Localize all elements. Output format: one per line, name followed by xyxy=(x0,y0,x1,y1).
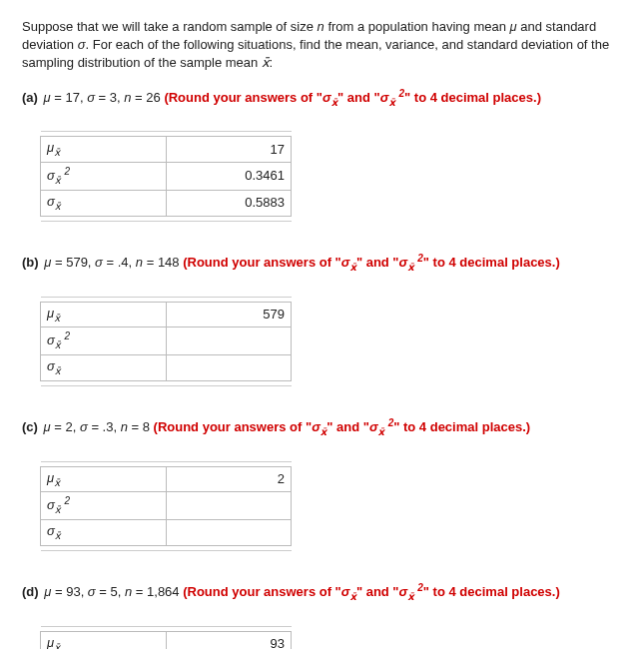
round-var: σx̄ 2 xyxy=(380,90,404,105)
part-d-table: μx̄ 93 σx̄ 2 0.0134 σx̄ 0.1158 xyxy=(40,622,292,649)
intro-text-2: from a population having mean xyxy=(324,19,510,34)
round-mid: " and " xyxy=(326,419,369,434)
table-row: σx̄ 0.5883 xyxy=(41,191,292,217)
round-close: " to 4 decimal places.) xyxy=(393,419,530,434)
table-row: σx̄ xyxy=(41,355,292,381)
row-label-variance: σx̄ 2 xyxy=(41,163,167,191)
intro-text-1: Suppose that we will take a random sampl… xyxy=(22,19,318,34)
row-label-sd: σx̄ xyxy=(41,355,167,381)
part-c-table: μx̄ 2 σx̄ 2 σx̄ xyxy=(40,457,292,555)
part-b: (b) μ = 579, σ = .4, n = 148 (Round your… xyxy=(22,252,626,275)
round-sd: σx̄ xyxy=(312,419,326,434)
round-mid: " and " xyxy=(356,584,399,599)
intro-colon: : xyxy=(270,55,274,70)
table-row: μx̄ 17 xyxy=(41,137,292,163)
table-row: μx̄ 579 xyxy=(41,302,292,327)
part-a-table: μx̄ 17 σx̄ 2 0.3461 σx̄ 0.5883 xyxy=(40,127,292,225)
part-a-given: μ = 17, σ = 3, n = 26 xyxy=(44,90,161,105)
intro-sigma: σ xyxy=(78,37,86,52)
part-b-table: μx̄ 579 σx̄ 2 σx̄ xyxy=(40,293,292,390)
row-label-sd: σx̄ xyxy=(41,191,167,217)
part-d: (d) μ = 93, σ = 5, n = 1,864 (Round your… xyxy=(22,581,626,604)
round-sd: σx̄ xyxy=(341,255,356,270)
table-row: μx̄ 93 xyxy=(41,631,292,649)
part-d-given: μ = 93, σ = 5, n = 1,864 xyxy=(44,584,179,599)
problem-intro: Suppose that we will take a random sampl… xyxy=(22,18,611,73)
part-c-label: (c) xyxy=(22,419,38,434)
part-b-given: μ = 579, σ = .4, n = 148 xyxy=(44,255,179,270)
part-c-variance-value[interactable] xyxy=(166,492,292,520)
round-sd: σx̄ xyxy=(322,90,337,105)
row-label-mean: μx̄ xyxy=(41,302,167,327)
part-a-sd-value[interactable]: 0.5883 xyxy=(166,191,292,217)
part-a-mean-value[interactable]: 17 xyxy=(166,137,292,163)
part-d-round-note: (Round your answers of "σx̄" and "σx̄ 2"… xyxy=(183,584,560,599)
part-b-mean-value[interactable]: 579 xyxy=(166,302,292,327)
part-c-round-note: (Round your answers of "σx̄" and "σx̄ 2"… xyxy=(154,419,531,434)
part-b-sd-value[interactable] xyxy=(166,355,292,381)
table-row: μx̄ 2 xyxy=(41,466,292,492)
table-row: σx̄ 2 xyxy=(41,492,292,520)
row-label-variance: σx̄ 2 xyxy=(41,492,167,520)
table-row: σx̄ 2 xyxy=(41,327,292,355)
part-b-label: (b) xyxy=(22,255,39,270)
part-c-sd-value[interactable] xyxy=(166,520,292,546)
part-a: (a) μ = 17, σ = 3, n = 26 (Round your an… xyxy=(22,87,626,110)
part-d-label: (d) xyxy=(22,584,39,599)
part-c-mean-value[interactable]: 2 xyxy=(166,466,292,492)
part-d-mean-value[interactable]: 93 xyxy=(166,631,292,649)
intro-text-4: . For each of the following situations, … xyxy=(22,37,609,70)
round-var: σx̄ 2 xyxy=(399,584,423,599)
table-row: σx̄ 2 0.3461 xyxy=(41,163,292,191)
row-label-mean: μx̄ xyxy=(41,137,167,163)
part-a-round-note: (Round your answers of "σx̄" and "σx̄ 2"… xyxy=(164,90,541,105)
round-close: " to 4 decimal places.) xyxy=(423,255,560,270)
round-close: " to 4 decimal places.) xyxy=(423,584,560,599)
round-mid: " and " xyxy=(356,255,399,270)
round-sd: σx̄ xyxy=(341,584,356,599)
part-a-variance-value[interactable]: 0.3461 xyxy=(166,163,292,191)
part-a-label: (a) xyxy=(22,90,38,105)
round-open: (Round your answers of " xyxy=(164,90,322,105)
round-open: (Round your answers of " xyxy=(154,419,313,434)
table-row: σx̄ xyxy=(41,520,292,546)
round-open: (Round your answers of " xyxy=(183,255,341,270)
row-label-sd: σx̄ xyxy=(41,520,167,546)
intro-xbar: x̄ xyxy=(262,55,270,70)
intro-mu: μ xyxy=(510,19,517,34)
round-var: σx̄ 2 xyxy=(399,255,423,270)
intro-n: n xyxy=(318,19,324,34)
part-c-given: μ = 2, σ = .3, n = 8 xyxy=(44,419,150,434)
part-c: (c) μ = 2, σ = .3, n = 8 (Round your ans… xyxy=(22,416,626,439)
row-label-mean: μx̄ xyxy=(41,466,167,492)
part-b-round-note: (Round your answers of "σx̄" and "σx̄ 2"… xyxy=(183,255,560,270)
row-label-variance: σx̄ 2 xyxy=(41,327,167,355)
round-open: (Round your answers of " xyxy=(183,584,341,599)
part-b-variance-value[interactable] xyxy=(166,327,292,355)
round-mid: " and " xyxy=(337,90,380,105)
row-label-mean: μx̄ xyxy=(41,631,167,649)
round-var: σx̄ 2 xyxy=(369,419,393,434)
round-close: " to 4 decimal places.) xyxy=(404,90,541,105)
